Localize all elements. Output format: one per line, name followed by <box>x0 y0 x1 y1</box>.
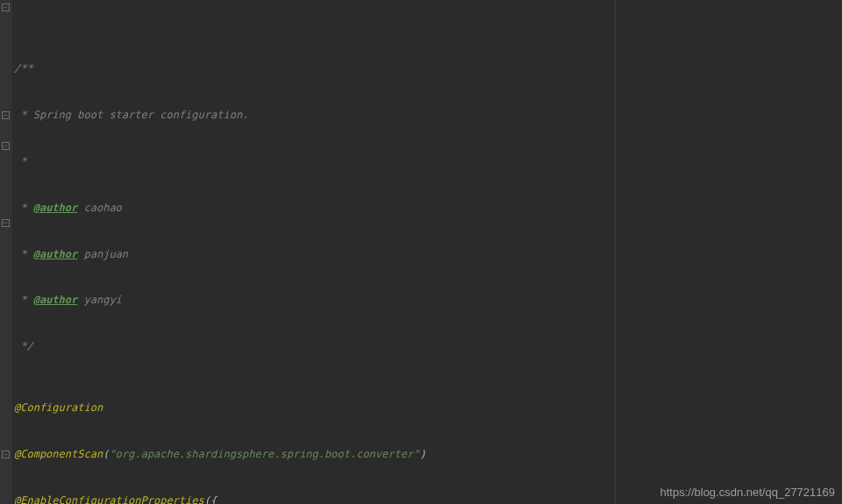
annotation-configuration: @Configuration <box>14 401 103 414</box>
doc-tag-author: @author <box>33 294 78 306</box>
annotation-enableconfig: @EnableConfigurationProperties <box>14 494 204 504</box>
doc-comment: * <box>14 155 26 167</box>
doc-tag-author: @author <box>33 248 78 260</box>
fold-marker[interactable]: − <box>2 451 10 458</box>
fold-marker[interactable]: − <box>2 219 10 227</box>
componentscan-value: "org.apache.shardingsphere.spring.boot.c… <box>109 448 419 460</box>
margin-line <box>615 0 616 504</box>
code-area[interactable]: /** * Spring boot starter configuration.… <box>12 0 842 504</box>
doc-comment: * @author yangyi <box>14 294 122 306</box>
doc-comment: */ <box>14 340 33 352</box>
doc-comment: * @author panjuan <box>14 248 128 260</box>
fold-marker[interactable]: − <box>2 111 10 119</box>
doc-comment: * Spring boot starter configuration. <box>14 109 248 121</box>
watermark: https://blog.csdn.net/qq_27721169 <box>660 486 836 499</box>
doc-comment: * @author caohao <box>14 202 122 214</box>
fold-marker[interactable]: − <box>2 142 10 150</box>
code-editor: − − − − − /** * Spring boot starter conf… <box>0 0 842 504</box>
fold-marker[interactable]: − <box>2 4 10 11</box>
doc-tag-author: @author <box>33 202 78 214</box>
annotation-componentscan: @ComponentScan <box>14 448 103 460</box>
doc-comment: /** <box>14 62 33 75</box>
gutter: − − − − − <box>0 0 12 504</box>
